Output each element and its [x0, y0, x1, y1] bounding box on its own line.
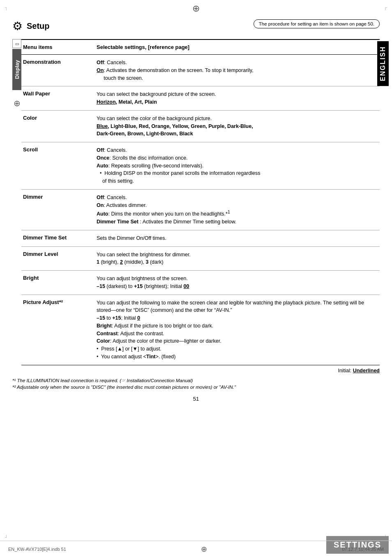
- gear-icon: ⚙: [12, 19, 23, 33]
- initial-note: Initial: Underlined: [0, 365, 392, 374]
- setting-value-1: You can select the background picture of…: [93, 89, 380, 108]
- initial-value: Underlined: [353, 368, 380, 374]
- setting-value-7: You can adjust brightness of the screen.…: [93, 273, 380, 292]
- table-row: ColorYou can select the color of the bac…: [21, 111, 380, 142]
- menu-item-0: Demonstration: [21, 57, 93, 84]
- corner-mark-bl: ┘: [5, 535, 8, 540]
- table-row: DemonstrationOff: Cancels.On: Activates …: [21, 55, 380, 86]
- procedure-note: The procedure for setting an item is sho…: [254, 19, 380, 28]
- bottom-bar: EN_KW-AVX710[E]4.indb 51 ⊕ 07.12.7 10:44…: [0, 541, 392, 557]
- initial-label: Initial:: [338, 368, 352, 374]
- table-header: Menu items Selectable settings, [referen…: [21, 40, 380, 55]
- setting-value-4: Off: Cancels.On: Activates dimmer.Auto: …: [93, 192, 380, 227]
- menu-item-5: Dimmer Time Set: [21, 233, 93, 244]
- menu-item-1: Wall Paper: [21, 89, 93, 108]
- setting-value-6: You can select the brightness for dimmer…: [93, 249, 380, 268]
- footnote: *² Adjustable only when the source is "D…: [12, 385, 380, 390]
- menu-item-8: Picture Adjust*²: [21, 297, 93, 362]
- table-row: Wall PaperYou can select the background …: [21, 86, 380, 111]
- col-header-menu: Menu items: [21, 42, 93, 52]
- setting-value-0: Off: Cancels.On: Activates the demonstra…: [93, 57, 380, 84]
- display-sidebar-container: ▭ Display ⊕: [12, 39, 21, 365]
- crosshair-left: ⊕: [14, 98, 21, 108]
- menu-item-3: Scroll: [21, 145, 93, 187]
- setting-value-8: You can adjust the following to make the…: [93, 297, 380, 362]
- footnote: *¹ The ILLUMINATION lead connection is r…: [12, 378, 380, 383]
- english-sidebar: ENGLISH: [377, 41, 389, 86]
- setting-value-5: Sets the Dimmer On/Off times.: [93, 233, 380, 244]
- corner-mark-tl: ┐: [5, 5, 8, 10]
- bottom-right-text: 07.12.7 10:44:35 AM: [342, 547, 384, 552]
- display-icon: ▭: [12, 39, 21, 48]
- crosshair-bottom: ⊕: [201, 545, 207, 554]
- settings-table: Menu items Selectable settings, [referen…: [21, 39, 380, 365]
- main-content: ▭ Display ⊕ Menu items Selectable settin…: [0, 39, 392, 365]
- col-header-selectable: Selectable settings, [reference page]: [93, 42, 380, 52]
- table-row: Dimmer Time SetSets the Dimmer On/Off ti…: [21, 230, 380, 247]
- setup-header: ⚙ Setup The procedure for setting an ite…: [0, 12, 392, 33]
- table-row: Dimmer LevelYou can select the brightnes…: [21, 247, 380, 271]
- page-number: 51: [0, 394, 392, 404]
- setting-value-3: Off: Cancels.Once: Scrolls the disc info…: [93, 145, 380, 187]
- setup-title: Setup: [27, 21, 50, 31]
- menu-item-2: Color: [21, 113, 93, 139]
- table-row: Picture Adjust*²You can adjust the follo…: [21, 295, 380, 365]
- table-row: BrightYou can adjust brightness of the s…: [21, 271, 380, 295]
- corner-mark-tr: ┌: [384, 5, 387, 10]
- footnotes: *¹ The ILLUMINATION lead connection is r…: [0, 374, 392, 394]
- menu-item-4: Dimmer: [21, 192, 93, 227]
- table-body: DemonstrationOff: Cancels.On: Activates …: [21, 55, 380, 365]
- table-row: ScrollOff: Cancels.Once: Scrolls the dis…: [21, 142, 380, 190]
- menu-item-6: Dimmer Level: [21, 249, 93, 268]
- setting-value-2: You can select the color of the backgrou…: [93, 113, 380, 139]
- display-label: Display: [12, 49, 21, 90]
- table-row: DimmerOff: Cancels.On: Activates dimmer.…: [21, 190, 380, 230]
- menu-item-7: Bright: [21, 273, 93, 292]
- bottom-left-text: EN_KW-AVX710[E]4.indb 51: [8, 547, 66, 552]
